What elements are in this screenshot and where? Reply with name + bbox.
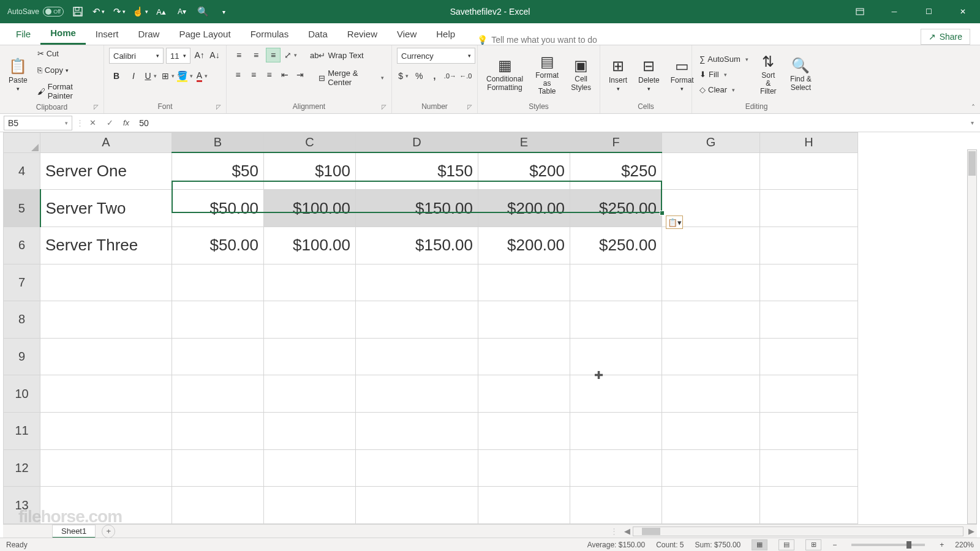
percent-format-icon[interactable]: % [412,69,425,83]
enter-formula-icon[interactable]: ✓ [101,118,118,127]
column-header[interactable]: A [40,133,172,153]
decrease-decimal-icon[interactable]: ←.0 [459,69,472,83]
expand-formula-icon[interactable]: ▾ [965,119,980,126]
format-as-table-button[interactable]: ▤Format as Table [530,48,564,101]
cell[interactable] [356,264,478,301]
row-header[interactable]: 11 [4,413,40,450]
cell[interactable] [264,301,356,339]
cell[interactable] [356,301,478,339]
zoom-slider[interactable] [851,544,925,546]
cell[interactable]: Server One [40,152,172,190]
cell[interactable] [662,152,760,190]
cell[interactable]: $50.00 [172,190,264,227]
cell[interactable] [40,449,172,487]
number-dialog-icon[interactable]: ◸ [467,103,472,110]
zoom-out-icon[interactable]: − [832,541,837,549]
font-color-button[interactable]: A [195,69,209,83]
cell[interactable] [264,338,356,375]
increase-indent-icon[interactable]: ⇥ [294,67,307,82]
cell[interactable] [570,375,662,413]
column-header[interactable]: H [760,133,858,153]
cell[interactable] [264,449,356,487]
cell[interactable]: $100.00 [264,227,356,264]
cell[interactable] [570,449,662,487]
collapse-ribbon-icon[interactable]: ˄ [971,103,975,112]
tab-view[interactable]: View [387,23,426,45]
cell[interactable] [760,449,858,487]
comma-format-icon[interactable]: , [428,69,441,83]
decrease-font-icon[interactable]: A▾ [175,5,189,18]
paste-button[interactable]: 📋 Paste ▾ [5,48,31,102]
find-select-button[interactable]: 🔍Find & Select [786,48,816,101]
select-all-corner[interactable] [4,133,40,153]
cell[interactable] [356,375,478,413]
cell[interactable] [760,227,858,264]
page-layout-view-icon[interactable]: ▤ [778,539,794,550]
row-header[interactable]: 10 [4,375,40,413]
cell[interactable] [662,264,760,301]
save-icon[interactable] [71,5,85,18]
tab-review[interactable]: Review [337,23,387,45]
maximize-icon[interactable]: ☐ [911,0,946,23]
orientation-icon[interactable]: ⤢ [283,48,298,62]
autosum-button[interactable]: ∑AutoSum [697,53,751,65]
column-header[interactable]: E [478,133,570,153]
insert-cells-button[interactable]: ⊞Insert▾ [605,48,631,101]
grow-font-icon[interactable]: A↑ [193,48,206,62]
cell[interactable]: $150.00 [356,227,478,264]
cell[interactable] [662,301,760,339]
row-header[interactable]: 12 [4,449,40,487]
tell-me-search[interactable]: 💡 Tell me what you want to do [477,35,597,45]
cell[interactable] [478,264,570,301]
cell[interactable]: Server Three [40,227,172,264]
cell[interactable]: $150.00 [356,190,478,227]
row-header[interactable]: 7 [4,264,40,301]
undo-icon[interactable]: ↶▾ [92,5,105,18]
row-header[interactable]: 5 [4,190,40,227]
fill-color-button[interactable]: 🪣 [178,69,192,83]
vertical-scrollbar[interactable] [967,149,977,524]
page-break-view-icon[interactable]: ⊞ [805,539,821,550]
cell[interactable] [478,487,570,524]
number-format-select[interactable]: Currency▾ [397,48,475,64]
redo-icon[interactable]: ↷▾ [113,5,126,18]
borders-button[interactable]: ⊞ [160,69,175,83]
fill-handle[interactable] [660,211,665,216]
column-header[interactable]: B [172,133,264,153]
cell[interactable] [40,375,172,413]
cell[interactable] [172,338,264,375]
cell[interactable] [760,190,858,227]
decrease-indent-icon[interactable]: ⇤ [278,67,291,82]
cell[interactable]: $200.00 [478,227,570,264]
cell[interactable] [760,264,858,301]
paste-options-icon[interactable]: 📋▾ [666,216,683,229]
scroll-left-icon[interactable]: ◀ [624,527,630,536]
cell[interactable] [172,301,264,339]
cell[interactable] [264,413,356,450]
merge-center-button[interactable]: ⊟Merge & Center [316,67,386,88]
ribbon-display-icon[interactable] [843,0,877,23]
cell[interactable] [570,301,662,339]
cell[interactable] [172,449,264,487]
formula-input[interactable]: 50 [134,118,965,128]
cell[interactable]: $100 [264,152,356,190]
cell[interactable] [40,413,172,450]
cell[interactable]: $100.00 [264,190,356,227]
cell-styles-button[interactable]: ▣Cell Styles [567,48,595,101]
touch-mode-icon[interactable]: ☝▾ [134,5,147,18]
cell[interactable]: $200 [478,152,570,190]
zoom-level[interactable]: 220% [955,541,974,549]
column-header[interactable]: G [662,133,760,153]
cut-button[interactable]: ✂Cut [35,48,99,59]
cell[interactable] [478,413,570,450]
tab-formulas[interactable]: Formulas [241,23,299,45]
font-size-select[interactable]: 11▾ [166,48,190,64]
cell[interactable]: $250 [570,152,662,190]
close-icon[interactable]: ✕ [946,0,980,23]
fill-button[interactable]: ⬇Fill [697,69,751,80]
cell[interactable] [172,375,264,413]
qat-customize-icon[interactable]: ▾ [217,5,230,18]
format-painter-button[interactable]: 🖌Format Painter [35,81,99,102]
cancel-formula-icon[interactable]: ✕ [84,118,101,127]
tab-file[interactable]: File [6,23,40,45]
